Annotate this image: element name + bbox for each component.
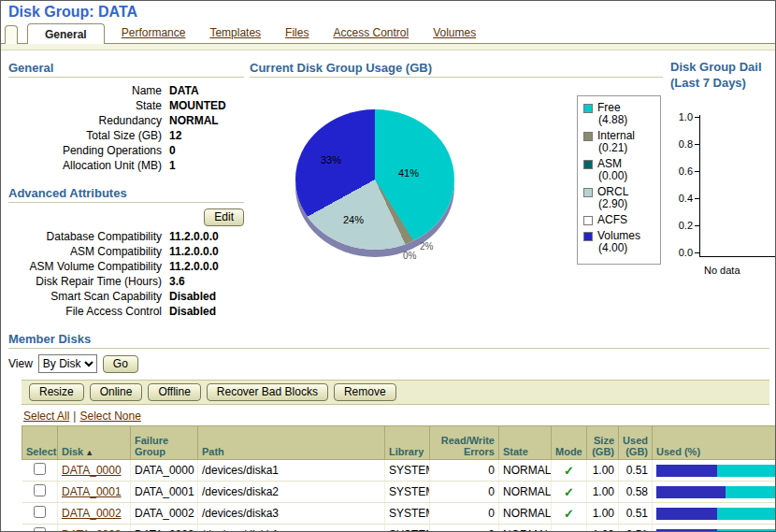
- field-label: Allocation Unit (MB): [8, 158, 169, 173]
- asm-disk-group-page: Disk Group: DATA General Performance Tem…: [0, 0, 776, 532]
- online-button[interactable]: Online: [90, 383, 143, 401]
- col-header-path: Path: [198, 426, 385, 460]
- path-cell: /devices/diska3: [198, 503, 385, 525]
- tab-files[interactable]: Files: [278, 22, 316, 44]
- y-axis-line: [699, 115, 700, 257]
- disk-link[interactable]: DATA_0003: [62, 528, 122, 532]
- offline-button[interactable]: Offline: [148, 383, 200, 401]
- path-cell: /devices/diskb1: [198, 525, 385, 532]
- library-cell: SYSTEM: [385, 525, 430, 532]
- axis-tick-label: 1.0: [670, 111, 693, 122]
- advanced-attributes-heading: Advanced Attributes: [8, 186, 244, 203]
- daily-chart-title-line1: Disk Group Dail: [670, 59, 776, 75]
- field-asm-volume-compatibility: ASM Volume Compatibility 11.2.0.0.0: [8, 259, 244, 274]
- state-cell: NORMAL: [499, 460, 552, 482]
- col-header-state: State: [499, 426, 552, 460]
- used-pct-fill: [656, 508, 717, 520]
- field-pending-operations: Pending Operations 0: [8, 143, 244, 158]
- tab-access-control[interactable]: Access Control: [325, 22, 416, 44]
- field-asm-compatibility: ASM Compatibility 11.2.0.0.0: [8, 244, 244, 259]
- page-title: Disk Group: DATA: [8, 4, 137, 21]
- table-row: DATA_0003 DATA_0003 /devices/diskb1 SYST…: [22, 525, 776, 532]
- errors-cell: 0: [430, 460, 499, 482]
- general-section: General Name DATA State MOUNTED Redundan…: [8, 61, 244, 319]
- edit-button[interactable]: Edit: [204, 208, 244, 226]
- field-value: MOUNTED: [169, 98, 244, 113]
- field-name: Name DATA: [8, 83, 244, 98]
- field-disk-repair-time: Disk Repair Time (Hours) 3.6: [8, 274, 244, 289]
- col-header-used-pct: Used (%): [653, 426, 776, 460]
- used-pct-fill: [656, 486, 726, 498]
- recover-bad-blocks-button[interactable]: Recover Bad Blocks: [207, 383, 328, 401]
- state-cell: NORMAL: [499, 482, 552, 503]
- disk-link[interactable]: DATA_0002: [62, 507, 122, 520]
- col-header-disk[interactable]: Disk▲: [58, 426, 131, 460]
- check-icon: ✓: [564, 464, 574, 478]
- tab-templates[interactable]: Templates: [202, 22, 268, 44]
- used-cell: 0.51: [619, 525, 653, 532]
- legend-swatch-free: [583, 104, 593, 113]
- row-select-checkbox[interactable]: [34, 527, 46, 532]
- failure-group-cell: DATA_0000: [131, 460, 198, 482]
- legend-swatch-volumes: [583, 232, 593, 241]
- select-none-link[interactable]: Select None: [79, 410, 140, 423]
- failure-group-cell: DATA_0003: [131, 525, 198, 532]
- field-label: ASM Volume Compatibility: [8, 259, 169, 274]
- view-select[interactable]: By Disk: [38, 354, 97, 373]
- link-separator: |: [73, 410, 76, 423]
- legend-value: (0.00): [583, 170, 654, 182]
- col-header-library: Library: [385, 426, 430, 460]
- resize-button[interactable]: Resize: [29, 383, 84, 401]
- col-header-mode: Mode: [552, 426, 587, 460]
- legend-value: (2.90): [583, 198, 654, 210]
- field-label: Redundancy: [8, 113, 169, 128]
- tab-volumes[interactable]: Volumes: [425, 22, 483, 44]
- library-cell: SYSTEM: [385, 482, 430, 503]
- field-value: NORMAL: [169, 113, 244, 128]
- used-cell: 0.51: [619, 503, 653, 525]
- failure-group-cell: DATA_0002: [131, 503, 198, 525]
- disk-link[interactable]: DATA_0001: [62, 485, 122, 498]
- field-value: 11.2.0.0.0: [169, 244, 244, 259]
- legend-item-acfs: ACFS: [583, 214, 654, 226]
- row-select-checkbox[interactable]: [34, 506, 46, 518]
- legend-value: (4.00): [583, 242, 654, 254]
- field-redundancy: Redundancy NORMAL: [8, 113, 244, 128]
- pie-legend: Free (4.88) Internal (0.21) ASM (0.00) O…: [577, 95, 661, 265]
- remove-button[interactable]: Remove: [334, 383, 396, 401]
- daily-chart-section: Disk Group Dail (Last 7 Days) 1.0 0.8 0.…: [670, 59, 776, 291]
- tab-stub: [5, 25, 18, 44]
- pie-label-volumes: 33%: [321, 154, 341, 165]
- tab-performance[interactable]: Performance: [114, 22, 194, 44]
- check-icon: ✓: [564, 507, 574, 521]
- field-label: File Access Control: [8, 304, 169, 319]
- field-allocation-unit: Allocation Unit (MB) 1: [8, 158, 244, 173]
- row-select-checkbox[interactable]: [34, 463, 46, 475]
- no-data-label: No data: [704, 265, 740, 276]
- size-cell: 1.00: [587, 503, 619, 525]
- pie-label-free: 41%: [398, 167, 419, 179]
- field-value: 1: [169, 158, 244, 173]
- axis-tick-label: 0.2: [670, 220, 693, 231]
- x-axis-line: [699, 256, 776, 257]
- check-icon: ✓: [564, 528, 574, 532]
- state-cell: NORMAL: [499, 525, 552, 532]
- tab-general[interactable]: General: [27, 23, 105, 44]
- select-all-link[interactable]: Select All: [23, 410, 69, 423]
- legend-swatch-internal: [583, 132, 593, 141]
- legend-swatch-acfs: [583, 216, 593, 225]
- col-header-used: Used (GB): [619, 426, 653, 460]
- disk-link[interactable]: DATA_0000: [62, 464, 122, 477]
- legend-item-orcl: ORCL (2.90): [583, 186, 654, 210]
- col-header-size: Size (GB): [587, 426, 619, 460]
- row-select-checkbox[interactable]: [34, 484, 46, 496]
- field-value: 3.6: [169, 274, 244, 289]
- field-value: 11.2.0.0.0: [169, 259, 244, 274]
- table-row: DATA_0000 DATA_0000 /devices/diska1 SYST…: [22, 460, 776, 482]
- go-button[interactable]: Go: [103, 355, 138, 373]
- axis-tick-label: 0.4: [670, 193, 693, 204]
- axis-tick-label: 0.8: [670, 138, 693, 150]
- field-label: Total Size (GB): [8, 128, 169, 143]
- legend-item-internal: Internal (0.21): [583, 130, 654, 154]
- tab-bar: General Performance Templates Files Acce…: [1, 23, 775, 44]
